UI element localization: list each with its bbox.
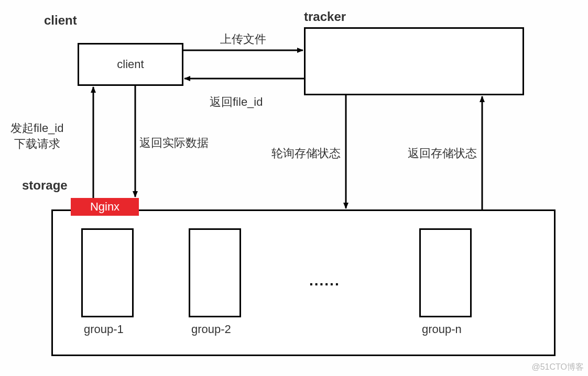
group-n-label: group-n — [422, 323, 462, 336]
client-box: client — [78, 43, 183, 86]
file-id-request-line2: 下载请求 — [14, 137, 60, 150]
upload-label: 上传文件 — [220, 31, 266, 47]
poll-storage-state-label: 轮询存储状态 — [271, 146, 341, 161]
ellipsis: ...... — [309, 272, 340, 289]
group-2-label: group-2 — [191, 323, 231, 336]
nginx-label: Nginx — [71, 198, 139, 216]
tracker-section-label: tracker — [304, 9, 346, 24]
file-id-request-line1: 发起file_id — [10, 121, 63, 135]
return-actual-data-label: 返回实际数据 — [139, 135, 209, 151]
file-id-request-label: 发起file_id 下载请求 — [10, 120, 63, 152]
client-box-label: client — [117, 58, 144, 71]
return-storage-state-label: 返回存储状态 — [408, 146, 477, 161]
tracker-box — [304, 27, 524, 95]
client-section-label: client — [44, 13, 77, 28]
watermark: @51CTO博客 — [531, 362, 584, 373]
group-2-box — [189, 228, 241, 317]
return-file-id-label: 返回file_id — [210, 94, 263, 110]
group-1-label: group-1 — [84, 323, 124, 336]
group-n-box — [419, 228, 472, 317]
group-1-box — [81, 228, 134, 317]
storage-section-label: storage — [22, 178, 68, 193]
diagram-canvas: client tracker storage client Nginx grou… — [0, 0, 588, 376]
